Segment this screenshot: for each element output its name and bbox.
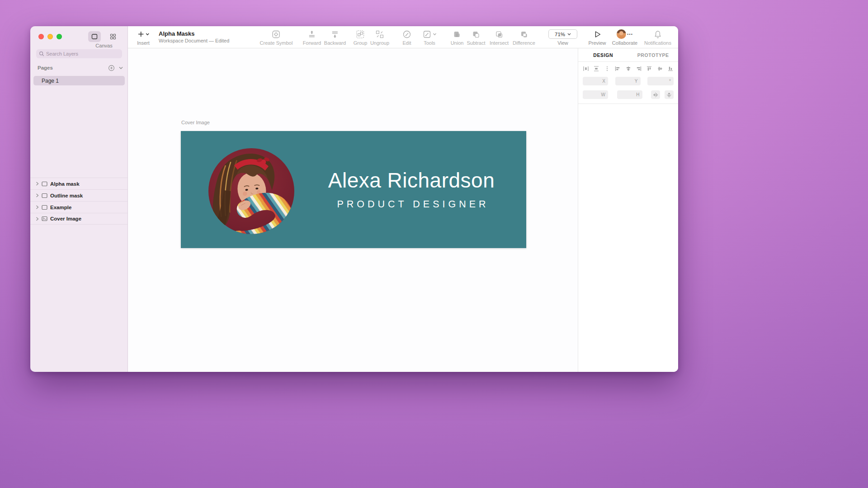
- difference-button[interactable]: Difference: [513, 29, 535, 46]
- image-icon: [42, 216, 47, 221]
- canvas-area[interactable]: Cover Image: [128, 48, 578, 372]
- union-button[interactable]: Union: [451, 29, 464, 46]
- y-field[interactable]: Y: [615, 77, 641, 85]
- notifications-button[interactable]: Notifications: [644, 29, 671, 46]
- position-row: X Y °: [583, 77, 674, 85]
- layer-row-cover-image[interactable]: Cover Image: [30, 213, 127, 225]
- zoom-view-control[interactable]: 71% View: [548, 29, 577, 46]
- document-title: Alpha Masks: [159, 30, 229, 37]
- view-caption: Canvas: [81, 43, 127, 48]
- page-list-item[interactable]: Page 1: [33, 76, 125, 85]
- tidy-button[interactable]: [604, 66, 610, 72]
- disclosure-chevron-icon[interactable]: [36, 205, 39, 209]
- minimize-window-button[interactable]: [47, 34, 53, 39]
- layer-row-alpha-mask[interactable]: Alpha mask: [30, 178, 127, 189]
- toolbar: Insert Alpha Masks Workspace Document — …: [128, 26, 678, 48]
- ellipsis-icon: ⋯: [627, 31, 633, 38]
- flip-horizontal-button[interactable]: [651, 90, 660, 99]
- flip-vertical-button[interactable]: [665, 90, 674, 99]
- create-symbol-button[interactable]: Create Symbol: [260, 29, 293, 46]
- pages-collapse-chevron[interactable]: [119, 66, 123, 70]
- create-symbol-icon: [272, 30, 281, 39]
- disclosure-chevron-icon[interactable]: [36, 193, 39, 197]
- union-icon: [453, 30, 462, 39]
- flip-buttons: [651, 90, 674, 99]
- portrait-photo[interactable]: [208, 148, 294, 234]
- components-grid-icon: [110, 33, 116, 40]
- cover-role-text[interactable]: PRODUCT DESIGNER: [316, 199, 506, 210]
- tools-icon: [423, 30, 432, 39]
- chevron-down-icon: [433, 33, 437, 36]
- layer-row-outline-mask[interactable]: Outline mask: [30, 189, 127, 201]
- layer-label: Example: [50, 205, 71, 210]
- preview-button[interactable]: Preview: [588, 29, 606, 46]
- distribute-vertical-button[interactable]: [593, 66, 599, 72]
- layer-row-example[interactable]: Example: [30, 201, 127, 213]
- add-page-button[interactable]: [108, 65, 115, 71]
- move-forward-icon: [307, 30, 316, 39]
- layer-search[interactable]: [36, 49, 122, 58]
- artboard-icon: [42, 193, 47, 198]
- cover-name-text[interactable]: Alexa Richardson: [316, 168, 506, 192]
- document-subtitle: Workspace Document — Edited: [159, 38, 229, 43]
- chevron-down-icon: [567, 33, 571, 36]
- search-icon: [39, 51, 44, 56]
- close-window-button[interactable]: [38, 34, 44, 39]
- move-forward-button[interactable]: Forward: [303, 29, 321, 46]
- edit-button[interactable]: Edit: [402, 29, 411, 46]
- artboard-cover-image[interactable]: Alexa Richardson PRODUCT DESIGNER: [181, 131, 526, 248]
- tab-prototype[interactable]: PROTOTYPE: [628, 52, 679, 58]
- align-middle-button[interactable]: [657, 66, 663, 72]
- window-controls: [38, 34, 62, 39]
- portrait-illustration: [208, 148, 294, 234]
- height-field[interactable]: H: [617, 90, 642, 99]
- avatar: [616, 29, 626, 39]
- disclosure-chevron-icon[interactable]: [36, 182, 39, 186]
- canvas-view-icon: [91, 33, 98, 40]
- layer-label: Alpha mask: [50, 181, 80, 187]
- inspector-tabs: DESIGN PROTOTYPE: [578, 48, 678, 62]
- artboard-icon: [42, 205, 47, 210]
- group-button[interactable]: Group: [354, 29, 368, 46]
- distribute-horizontal-button[interactable]: [583, 66, 589, 72]
- insert-button[interactable]: Insert: [137, 29, 150, 46]
- align-center-horizontal-button[interactable]: [625, 66, 632, 72]
- page-item-label: Page 1: [42, 78, 59, 84]
- subtract-button[interactable]: Subtract: [467, 29, 486, 46]
- layer-label: Outline mask: [50, 193, 83, 198]
- search-input[interactable]: [46, 51, 119, 56]
- align-bottom-button[interactable]: [667, 66, 674, 72]
- collaborate-button[interactable]: ⋯ Collaborate: [612, 29, 637, 46]
- align-left-button[interactable]: [614, 66, 621, 72]
- artboard-icon: [42, 181, 47, 187]
- align-top-button[interactable]: [646, 66, 652, 72]
- intersect-icon: [495, 30, 504, 39]
- play-icon: [593, 30, 601, 38]
- group-icon: [356, 30, 365, 39]
- move-backward-button[interactable]: Backward: [324, 29, 346, 46]
- flip-horizontal-icon: [653, 92, 658, 98]
- sidebar: Canvas Pages Page 1: [30, 26, 128, 372]
- zoom-dropdown[interactable]: 71%: [548, 29, 577, 39]
- intersect-button[interactable]: Intersect: [490, 29, 509, 46]
- insert-label: Insert: [137, 40, 150, 46]
- artboard-title[interactable]: Cover Image: [181, 120, 210, 125]
- move-backward-icon: [330, 30, 340, 39]
- tools-button[interactable]: Tools: [423, 29, 437, 46]
- inspector-panel: DESIGN PROTOTYPE: [578, 48, 678, 372]
- tab-design[interactable]: DESIGN: [578, 52, 628, 58]
- document-title-block: Alpha Masks Workspace Document — Edited: [159, 30, 229, 43]
- app-window: Canvas Pages Page 1: [30, 26, 678, 372]
- ungroup-button[interactable]: Ungroup: [370, 29, 389, 46]
- zoom-value: 71%: [555, 32, 565, 37]
- disclosure-chevron-icon[interactable]: [36, 217, 39, 221]
- zoom-window-button[interactable]: [57, 34, 62, 39]
- x-field[interactable]: X: [583, 77, 608, 85]
- align-right-button[interactable]: [636, 66, 642, 72]
- pages-title: Pages: [38, 65, 108, 70]
- components-view-toggle[interactable]: [107, 31, 119, 42]
- width-field[interactable]: W: [583, 90, 608, 99]
- canvas-view-toggle[interactable]: [88, 31, 101, 42]
- rotation-field[interactable]: °: [647, 77, 674, 85]
- difference-icon: [519, 30, 528, 39]
